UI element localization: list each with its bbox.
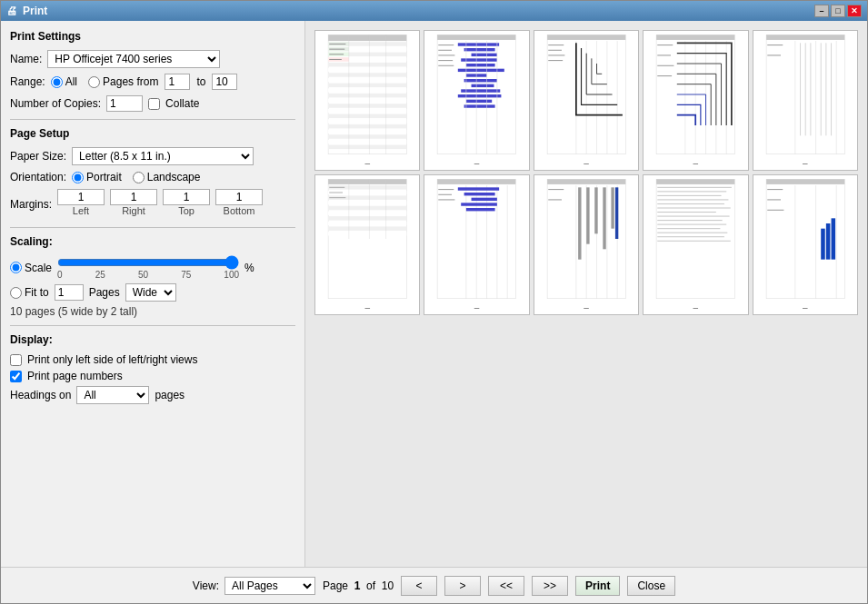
svg-rect-136 xyxy=(603,187,605,249)
left-margin-field: Left xyxy=(57,189,105,216)
top-label: Top xyxy=(178,205,195,216)
copies-input[interactable] xyxy=(106,95,143,112)
svg-rect-99 xyxy=(328,206,406,211)
svg-rect-162 xyxy=(821,229,825,260)
name-label: Name: xyxy=(10,53,42,65)
printer-select[interactable]: HP Officejet 7400 series xyxy=(47,50,220,68)
preview-page-5[interactable]: – xyxy=(753,30,858,171)
minimize-button[interactable]: – xyxy=(814,5,829,17)
slider-50: 50 xyxy=(138,270,148,280)
svg-rect-21 xyxy=(328,119,406,124)
headings-label: Headings on xyxy=(10,389,71,401)
svg-rect-163 xyxy=(825,223,830,260)
display-title: Display: xyxy=(10,333,295,346)
fit-to-label: Fit to xyxy=(25,286,49,299)
svg-rect-43 xyxy=(464,79,497,82)
preview-panel: – xyxy=(305,21,867,567)
right-margin-input[interactable] xyxy=(110,189,157,205)
preview-page-10[interactable]: – xyxy=(753,174,858,315)
range-all-option[interactable]: All xyxy=(51,75,77,88)
page-6-content xyxy=(317,177,417,301)
print-window: 🖨 Print – □ ✕ Print Settings Name: HP Of… xyxy=(0,0,868,604)
page-9-content xyxy=(645,177,745,301)
svg-rect-40 xyxy=(466,64,495,66)
preview-page-9[interactable]: – xyxy=(643,174,748,315)
svg-rect-38 xyxy=(472,54,497,56)
close-window-button[interactable]: ✕ xyxy=(847,5,862,17)
landscape-option[interactable]: Landscape xyxy=(133,171,201,183)
scale-slider[interactable] xyxy=(57,255,239,270)
next-page-button[interactable]: > xyxy=(444,576,481,596)
collate-checkbox[interactable] xyxy=(148,98,160,110)
right-label: Right xyxy=(122,205,145,216)
svg-rect-133 xyxy=(578,187,581,259)
view-select[interactable]: All Pages Current Page xyxy=(224,577,315,595)
print-button[interactable]: Print xyxy=(575,576,620,596)
svg-rect-12 xyxy=(328,73,406,77)
wide-select[interactable]: Wide Tall xyxy=(125,283,176,302)
svg-rect-47 xyxy=(466,100,492,103)
preview-page-3[interactable]: – xyxy=(534,30,639,171)
close-button[interactable]: Close xyxy=(627,576,675,596)
range-to-label: to xyxy=(196,75,205,88)
svg-rect-46 xyxy=(458,94,502,97)
page-label: Page xyxy=(323,579,348,592)
left-label: Left xyxy=(73,205,89,216)
svg-rect-102 xyxy=(328,222,406,226)
page-5-content xyxy=(755,33,855,156)
range-all-radio[interactable] xyxy=(51,76,63,88)
scale-radio[interactable] xyxy=(10,262,22,273)
svg-rect-158 xyxy=(766,179,844,184)
display-section: Display: Print only left side of left/ri… xyxy=(10,333,295,404)
range-pages-radio[interactable] xyxy=(88,76,100,88)
preview-page-8[interactable]: – xyxy=(534,174,639,315)
svg-rect-37 xyxy=(464,48,495,51)
last-page-button[interactable]: >> xyxy=(532,576,568,596)
svg-rect-118 xyxy=(458,187,499,190)
slider-75: 75 xyxy=(181,270,191,280)
page-3-label: – xyxy=(584,158,589,168)
page-7-content xyxy=(426,177,526,301)
top-margin-input[interactable] xyxy=(163,189,210,205)
first-page-button[interactable]: << xyxy=(488,576,524,596)
portrait-option[interactable]: Portrait xyxy=(72,171,122,183)
range-all-label: All xyxy=(65,75,77,88)
svg-rect-121 xyxy=(462,203,498,205)
prev-page-button[interactable]: < xyxy=(401,576,437,596)
range-from-input[interactable]: 1 xyxy=(165,74,190,90)
left-margin-input[interactable] xyxy=(57,189,105,205)
range-pages-option[interactable]: Pages from 1 to 10 xyxy=(88,74,237,90)
svg-rect-164 xyxy=(831,218,835,259)
svg-rect-18 xyxy=(328,104,406,108)
headings-row: Headings on All First page None pages xyxy=(10,386,295,404)
preview-page-2[interactable]: – xyxy=(424,30,529,171)
maximize-button[interactable]: □ xyxy=(831,5,845,17)
svg-rect-59 xyxy=(547,35,625,40)
range-to-input[interactable]: 10 xyxy=(212,74,237,90)
left-side-label: Print only left side of left/right views xyxy=(27,353,197,366)
divider-3 xyxy=(10,325,295,326)
portrait-radio[interactable] xyxy=(72,172,84,183)
range-pages-label: Pages from xyxy=(103,75,158,88)
page-setup-title: Page Setup xyxy=(10,127,295,140)
left-side-checkbox[interactable] xyxy=(10,354,22,366)
fit-to-option[interactable]: Fit to xyxy=(10,286,49,299)
preview-page-1[interactable]: – xyxy=(314,30,420,171)
svg-rect-48 xyxy=(464,104,495,107)
page-9-label: – xyxy=(693,302,699,312)
paper-size-select[interactable]: Letter (8.5 x 11 in.) xyxy=(72,147,254,165)
preview-page-6[interactable]: – xyxy=(314,174,420,315)
fit-pages-input[interactable] xyxy=(55,284,84,301)
slider-labels: 0 25 50 75 100 xyxy=(57,270,239,280)
svg-rect-138 xyxy=(615,187,618,239)
scale-option[interactable]: Scale xyxy=(10,262,52,274)
headings-select[interactable]: All First page None xyxy=(76,386,149,404)
landscape-radio[interactable] xyxy=(133,172,145,183)
bottom-margin-input[interactable] xyxy=(215,189,263,205)
fit-to-radio[interactable] xyxy=(10,287,22,299)
orientation-label: Orientation: xyxy=(10,171,66,183)
slider-100: 100 xyxy=(224,270,239,280)
page-numbers-checkbox[interactable] xyxy=(10,371,22,382)
preview-page-7[interactable]: – xyxy=(424,174,529,315)
preview-page-4[interactable]: – xyxy=(643,30,748,171)
